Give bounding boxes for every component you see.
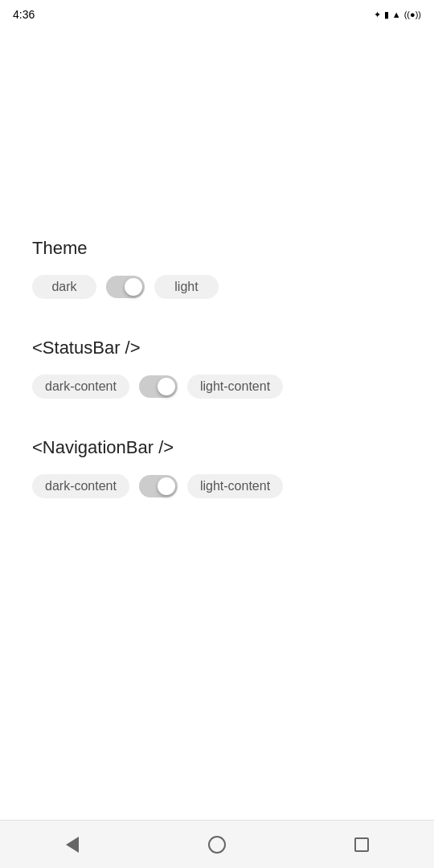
- statusbar-light-label: light-content: [187, 375, 283, 399]
- signal-icon: ▲: [392, 10, 401, 19]
- wifi-icon: ((●)): [404, 10, 421, 19]
- navigationbar-title: <NavigationBar />: [32, 437, 402, 458]
- back-button[interactable]: [52, 825, 92, 865]
- theme-section: Theme dark light: [32, 238, 402, 299]
- main-content: Theme dark light <StatusBar /> dark-cont…: [0, 222, 434, 553]
- theme-title: Theme: [32, 238, 402, 259]
- theme-toggle-row: dark light: [32, 275, 402, 299]
- theme-toggle-thumb: [125, 278, 142, 296]
- navigationbar-section: <NavigationBar /> dark-content light-con…: [32, 437, 402, 498]
- navigationbar-toggle-row: dark-content light-content: [32, 474, 402, 498]
- navigationbar-dark-label: dark-content: [32, 474, 129, 498]
- navigationbar-toggle-track: [139, 475, 178, 497]
- bottom-nav-bar: [0, 820, 434, 868]
- statusbar-section: <StatusBar /> dark-content light-content: [32, 338, 402, 399]
- navigationbar-toggle-thumb: [158, 477, 175, 495]
- home-button[interactable]: [197, 825, 237, 865]
- recents-icon: [354, 837, 369, 852]
- battery-icon: ▮: [384, 10, 389, 20]
- theme-light-label: light: [154, 275, 219, 299]
- recents-button[interactable]: [342, 825, 382, 865]
- statusbar-toggle[interactable]: [139, 375, 178, 398]
- theme-toggle-track: [106, 276, 145, 298]
- status-bar: 4:36 ✦ ▮ ▲ ((●)): [0, 0, 434, 29]
- theme-toggle[interactable]: [106, 276, 145, 298]
- status-bar-icons: ✦ ▮ ▲ ((●)): [374, 10, 421, 20]
- statusbar-dark-label: dark-content: [32, 375, 129, 399]
- back-icon: [66, 837, 79, 853]
- navigationbar-light-label: light-content: [187, 474, 283, 498]
- statusbar-toggle-track: [139, 375, 178, 398]
- bluetooth-icon: ✦: [374, 10, 381, 20]
- theme-dark-label: dark: [32, 275, 96, 299]
- statusbar-title: <StatusBar />: [32, 338, 402, 358]
- status-bar-time: 4:36: [13, 8, 35, 21]
- home-icon: [208, 836, 226, 854]
- statusbar-toggle-thumb: [158, 378, 175, 395]
- statusbar-toggle-row: dark-content light-content: [32, 375, 402, 399]
- navigationbar-toggle[interactable]: [139, 475, 178, 497]
